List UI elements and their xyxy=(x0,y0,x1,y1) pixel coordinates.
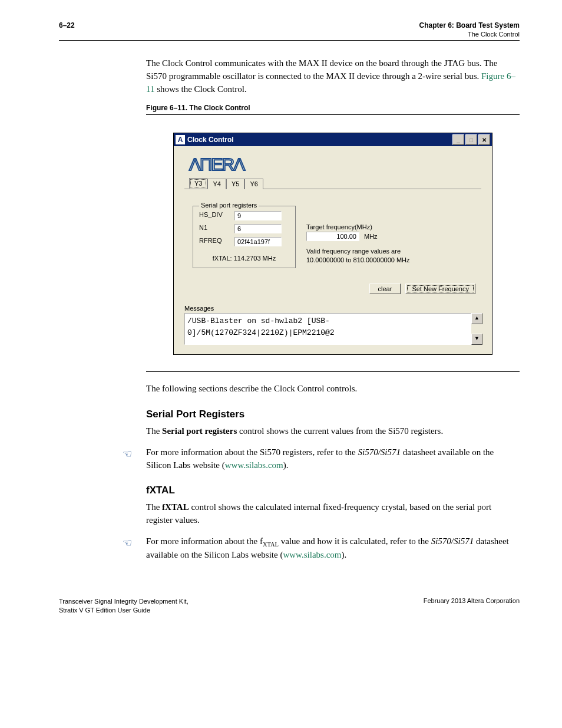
section-title: The Clock Control xyxy=(59,31,520,38)
set-new-frequency-button[interactable]: Set New Frequency xyxy=(405,284,475,294)
target-freq-label: Target frequency(MHz) xyxy=(306,223,410,230)
header-rule xyxy=(59,40,520,41)
section-serial-port-registers: Serial Port Registers xyxy=(146,409,520,420)
s1-p1: The Serial port registers control shows … xyxy=(146,425,520,438)
s2-p2: ☜ For more information about the fXTAL v… xyxy=(146,535,520,562)
footer-left: Transceiver Signal Integrity Development… xyxy=(59,597,189,615)
page-number: 6–22 xyxy=(59,21,75,29)
serial-port-registers-group: Serial port registers HS_DIV N1 RFREQ xyxy=(193,206,296,268)
tab-y3[interactable]: Y3 xyxy=(189,178,207,189)
intro-paragraph: The Clock Control communicates with the … xyxy=(146,57,520,95)
pointer-icon-2: ☜ xyxy=(123,535,132,551)
figure-top-rule xyxy=(146,114,520,115)
n1-label: N1 xyxy=(199,224,234,233)
maximize-button[interactable]: □ xyxy=(465,134,477,145)
chapter-title: Chapter 6: Board Test System xyxy=(419,21,520,29)
close-button[interactable]: ✕ xyxy=(478,134,490,145)
figure-caption: Figure 6–11. The Clock Control xyxy=(146,104,520,112)
window-title: Clock Control xyxy=(187,136,234,144)
footer-right: February 2013 Altera Corporation xyxy=(424,597,520,615)
tab-y6[interactable]: Y6 xyxy=(244,179,263,189)
rfreq-label: RFREQ xyxy=(199,237,234,246)
s1-p2: ☜ For more information about the Si570 r… xyxy=(146,446,520,472)
fxtal-text: fXTAL: 114.2703 MHz xyxy=(199,255,289,262)
post-figure-text: The following sections describe the Cloc… xyxy=(146,383,520,396)
titlebar: A Clock Control _ □ ✕ xyxy=(174,133,492,146)
n1-input[interactable] xyxy=(234,224,282,233)
tab-y4[interactable]: Y4 xyxy=(207,179,226,189)
tab-y5[interactable]: Y5 xyxy=(226,179,244,189)
rfreq-input[interactable] xyxy=(234,237,282,246)
minimize-button[interactable]: _ xyxy=(452,134,464,145)
tab-strip: Y3 Y4 Y5 Y6 xyxy=(184,178,481,189)
app-icon: A xyxy=(176,135,185,144)
figure-bottom-rule xyxy=(146,371,520,372)
s2-p1: The fXTAL control shows the calculated i… xyxy=(146,501,520,527)
range-text: Valid frequency range values are 10.0000… xyxy=(306,247,410,265)
messages-label: Messages xyxy=(184,305,481,312)
clear-button[interactable]: clear xyxy=(369,284,401,294)
target-freq-input[interactable] xyxy=(306,232,359,241)
group-legend: Serial port registers xyxy=(199,202,259,209)
silabs-link-1[interactable]: www.silabs.com xyxy=(225,460,283,470)
altera-logo: ΛПΕRΛ xyxy=(184,154,481,174)
pointer-icon: ☜ xyxy=(123,446,132,462)
messages-text: /USB-Blaster on sd-hwlab2 [USB-0]/5M(127… xyxy=(184,313,471,345)
unit-label: MHz xyxy=(364,233,378,240)
silabs-link-2[interactable]: www.silabs.com xyxy=(283,550,341,559)
hs-div-label: HS_DIV xyxy=(199,211,234,220)
scroll-down-button[interactable]: ▼ xyxy=(471,334,482,345)
hs-div-input[interactable] xyxy=(234,211,282,220)
section-fxtal: fXTAL xyxy=(146,485,520,496)
clock-control-dialog: A Clock Control _ □ ✕ ΛПΕRΛ Y3 Y4 Y5 Y6 xyxy=(173,133,492,355)
scroll-up-button[interactable]: ▲ xyxy=(471,313,482,324)
